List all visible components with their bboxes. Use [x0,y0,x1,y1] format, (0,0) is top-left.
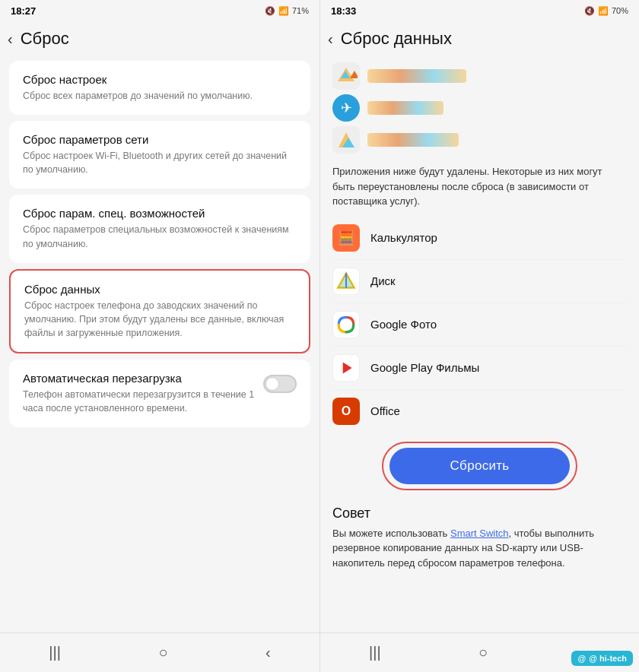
card-text-5: Автоматическая перезагрузка Телефон авто… [23,372,263,415]
card-reset-accessibility[interactable]: Сброс парам. спец. возможностей Сброс па… [9,195,310,262]
blurred-bar-1 [367,69,627,83]
card-title-1: Сброс настроек [23,73,297,86]
reset-btn-wrapper: Сбросить [382,442,578,490]
card-desc-4: Сброс настроек телефона до заводских зна… [24,299,295,340]
card-auto-restart[interactable]: Автоматическая перезагрузка Телефон авто… [9,360,310,427]
app-row-calculator: 🧮 Калькулятор [332,217,627,260]
app-name-play-movies: Google Play Фильмы [370,361,479,374]
status-icons-left: 🔇 📶 71% [265,6,309,16]
app-name-office: Office [370,404,400,417]
svg-marker-8 [343,362,352,373]
page-title-right: Сброс данных [341,29,452,49]
bottom-nav-left: ||| ○ ‹ [0,632,320,672]
nav-home-right[interactable]: ○ [478,644,488,661]
status-bar-left: 18:27 🔇 📶 71% [0,0,320,21]
card-title-2: Сброс параметров сети [23,133,297,146]
card-reset-settings[interactable]: Сброс настроек Сброс всех параметров до … [9,61,310,115]
card-desc-3: Сброс параметров специальных возможносте… [23,223,297,250]
blurred-apps: ✈ [320,55,639,158]
app-icon-play-movies [332,354,360,382]
app-icon-office: O [332,398,360,425]
nav-home-left[interactable]: ○ [158,644,167,661]
mute-icon-right: 🔇 [584,6,595,16]
app-name-calculator: Калькулятор [370,231,437,244]
left-panel: 18:27 🔇 📶 71% ‹ Сброс Сброс настроек Сбр… [0,0,320,672]
signal-icon-right: 📶 [598,6,609,16]
top-bar-left: ‹ Сброс [0,21,320,55]
card-reset-network[interactable]: Сброс параметров сети Сброс настроек Wi-… [9,121,310,189]
status-icons-right: 🔇 📶 70% [584,6,628,16]
tip-desc: Вы можете использовать Smart Switch, что… [332,526,627,571]
tip-title: Совет [332,506,627,521]
app-icon-drive [332,268,360,295]
time-right: 18:33 [331,5,356,17]
blurred-bar-3 [367,133,627,147]
smart-switch-link[interactable]: Smart Switch [450,528,509,539]
blurred-row-2: ✈ [332,94,627,122]
app-row-play-movies: Google Play Фильмы [332,347,627,390]
card-factory-reset[interactable]: Сброс данных Сброс настроек телефона до … [9,269,310,353]
signal-icon: 📶 [278,6,289,16]
tip-text-1: Вы можете использовать [332,528,450,539]
app-row-office: O Office [332,390,627,433]
page-title-left: Сброс [21,29,69,49]
nav-menu-right[interactable]: ||| [369,644,381,661]
blurred-row-3 [332,126,627,154]
watermark-icon: @ [577,654,586,663]
toggle-knob [265,377,279,391]
card-desc-2: Сброс настроек Wi-Fi, Bluetooth и других… [23,149,297,176]
nav-menu-left[interactable]: ||| [49,644,61,661]
nav-back-left[interactable]: ‹ [265,644,271,661]
app-row-drive: Диск [332,260,627,303]
back-arrow-right[interactable]: ‹ [328,30,333,48]
reset-button[interactable]: Сбросить [389,448,571,484]
blurred-icon-2: ✈ [332,94,360,122]
watermark-text: @ hi-tech [589,654,627,663]
card-title-5: Автоматическая перезагрузка [23,372,263,385]
card-title-4: Сброс данных [24,283,295,296]
app-icon-photos [332,311,360,338]
mute-icon: 🔇 [265,6,275,16]
svg-marker-2 [350,71,358,78]
back-arrow-left[interactable]: ‹ [8,30,13,48]
reset-btn-container: Сбросить [320,433,639,499]
app-name-drive: Диск [370,274,396,287]
settings-list: Сброс настроек Сброс всех параметров до … [0,55,320,632]
watermark: @ @ hi-tech [571,651,633,666]
blurred-row-1 [332,62,627,90]
app-list: 🧮 Калькулятор Диск [320,217,639,433]
card-desc-5: Телефон автоматически перезагрузится в т… [23,388,263,415]
tip-section: Совет Вы можете использовать Smart Switc… [320,499,639,574]
app-icon-calculator: 🧮 [332,224,360,252]
card-desc-1: Сброс всех параметров до значений по умо… [23,89,297,103]
app-name-photos: Google Фото [370,318,437,331]
blurred-icon-3 [332,126,360,154]
top-bar-right: ‹ Сброс данных [320,21,639,55]
app-row-photos: Google Фото [332,303,627,347]
blurred-icon-1 [332,62,360,90]
auto-restart-toggle[interactable] [263,375,297,393]
status-bar-right: 18:33 🔇 📶 70% [320,0,639,21]
right-panel: 18:33 🔇 📶 70% ‹ Сброс данных [320,0,639,672]
card-title-3: Сброс парам. спец. возможностей [23,207,297,220]
battery-left: 71% [292,6,309,15]
battery-right: 70% [612,6,628,15]
time-left: 18:27 [11,5,36,17]
blurred-bar-2 [367,101,627,115]
info-text: Приложения ниже будут удалены. Некоторые… [320,158,639,217]
